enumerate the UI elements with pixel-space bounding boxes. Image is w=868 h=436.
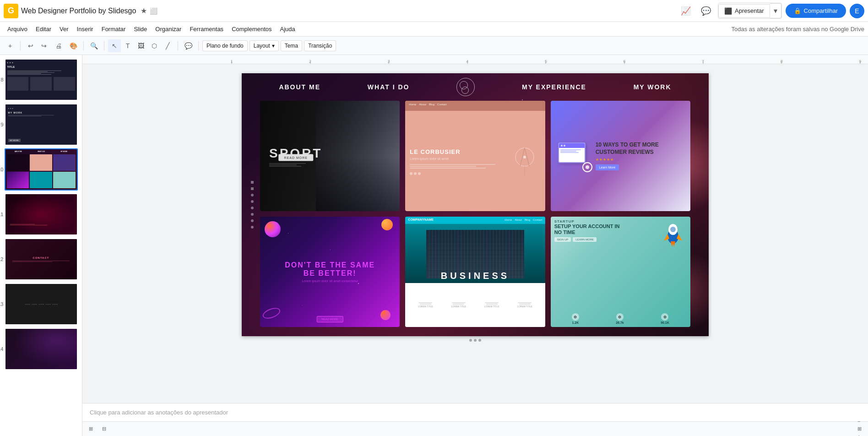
- zoom-out-button[interactable]: −: [855, 418, 864, 425]
- star-1: ★: [596, 158, 599, 162]
- layout-button[interactable]: Layout▾: [250, 40, 279, 51]
- space-line1: DON'T BE THE SAME: [285, 261, 375, 269]
- svg-marker-10: [671, 241, 675, 247]
- handle-dot-8: [251, 226, 254, 229]
- slide-thumb-8[interactable]: 8 ■ ■ ■ TITLE: [5, 59, 78, 101]
- slide-number-8: 8: [0, 77, 4, 82]
- menu-arquivo[interactable]: Arquivo: [4, 24, 31, 34]
- text-tool[interactable]: T: [121, 39, 134, 52]
- undo-button[interactable]: ↩: [24, 39, 37, 52]
- toolbar-divider-3: [104, 41, 104, 50]
- rocket-icon: [659, 220, 687, 250]
- space-title: DON'T BE THE SAME BE BETTER! Lorem ipsum…: [285, 261, 375, 283]
- handle-dot-5: [251, 207, 254, 209]
- slides-panel: 8 ■ ■ ■ TITLE: [0, 55, 82, 436]
- space-readmore-button[interactable]: READ MORE: [316, 316, 343, 322]
- handle-dot-6: [251, 213, 254, 216]
- menu-slide[interactable]: Slide: [130, 24, 151, 34]
- notes-area[interactable]: Clique para adicionar as anotações do ap…: [82, 403, 868, 421]
- ruler-top: 1 2 3 4 5 6 7 8 9: [82, 55, 868, 64]
- chat-icon[interactable]: 💬: [698, 3, 714, 19]
- star-2: ★: [599, 158, 602, 162]
- slide-number-14: 14: [0, 346, 4, 352]
- line-tool[interactable]: ╱: [161, 39, 174, 52]
- menu-complementos[interactable]: Complementos: [228, 24, 275, 34]
- grid-view-button[interactable]: ⊞: [86, 425, 96, 433]
- portfolio-grid: SPORT READ MORE: [260, 101, 690, 327]
- card-space[interactable]: DON'T BE THE SAME BE BETTER! Lorem ipsum…: [260, 217, 400, 327]
- menu-ajuda[interactable]: Ajuda: [277, 24, 299, 34]
- zoom-fit-button[interactable]: ⊞: [855, 425, 864, 433]
- star-icon[interactable]: ★: [141, 6, 147, 15]
- share-button[interactable]: 🔒 Compartilhar: [786, 4, 846, 18]
- toolbar-divider-1: [20, 41, 21, 50]
- slide-thumb-13[interactable]: 13 ✶✶✶✶ ✶✶✶✶ ✶✶✶✶ ✶✶✶✶ ✶✶✶✶: [5, 283, 78, 325]
- comment-button[interactable]: 💬: [182, 39, 195, 52]
- add-button[interactable]: +: [4, 39, 16, 52]
- image-tool[interactable]: 🖼: [135, 39, 147, 52]
- notes-placeholder: Clique para adicionar as anotações do ap…: [90, 409, 228, 416]
- print-button[interactable]: 🖨: [52, 39, 65, 52]
- corbusier-nav: Home About Blog Contact: [409, 103, 541, 106]
- paint-format-button[interactable]: 🎨: [67, 39, 80, 52]
- toolbar-divider-2: [83, 41, 84, 50]
- shape-tool[interactable]: ⬡: [148, 39, 161, 52]
- menu-organizar[interactable]: Organizar: [152, 24, 185, 34]
- menubar: Arquivo Editar Ver Inserir Formatar Slid…: [0, 22, 868, 37]
- reviews-stars: ★ ★ ★ ★ ★: [596, 158, 683, 162]
- transition-button[interactable]: Transição: [304, 40, 336, 51]
- background-button[interactable]: Plano de fundo: [202, 40, 248, 51]
- slide-canvas[interactable]: ABOUT ME WHAT I DO MY EXPERIENCE MY WORK: [242, 73, 709, 336]
- present-dropdown-button[interactable]: ▾: [770, 3, 781, 18]
- startup-btn1[interactable]: SIGN UP: [554, 237, 571, 242]
- card-sport[interactable]: SPORT READ MORE: [260, 101, 400, 211]
- slide-thumb-14[interactable]: 14: [5, 328, 78, 370]
- slide-preview-14: [5, 329, 77, 369]
- card-corbusier[interactable]: Home About Blog Contact LE CORBUSIER Lor…: [405, 101, 545, 211]
- zoom-button[interactable]: 🔍: [87, 39, 100, 52]
- business-title: BUSINESS: [441, 271, 510, 281]
- app-icon: G: [4, 4, 18, 18]
- menu-editar[interactable]: Editar: [32, 24, 55, 34]
- slide-preview-9: ● ● ● MY WORK MY WORK: [5, 104, 77, 145]
- space-line2: BE BETTER!: [285, 269, 375, 278]
- slide-number-9: 9: [0, 122, 4, 127]
- menu-ver[interactable]: Ver: [56, 24, 72, 34]
- handle-dot-7: [251, 219, 254, 222]
- card-startup[interactable]: STARTUP SETUP YOUR ACCOUNT IN NO TIME SI…: [551, 217, 690, 327]
- card-reviews[interactable]: 10 WAYS TO GET MORE CUSTOMER REVIEWS ★ ★…: [551, 101, 690, 211]
- slide-thumb-11[interactable]: 11: [5, 193, 78, 235]
- slide-thumb-10[interactable]: 10 ABOUT ME WHAT I DO MY WORK: [5, 148, 78, 191]
- reviews-text-content: 10 WAYS TO GET MORE CUSTOMER REVIEWS ★ ★…: [596, 142, 683, 170]
- redo-button[interactable]: ↪: [38, 39, 50, 52]
- corbusier-compass: [509, 112, 541, 211]
- menu-formatar[interactable]: Formatar: [98, 24, 130, 34]
- reviews-cta-button[interactable]: Learn More: [596, 164, 619, 170]
- filmstrip-view-button[interactable]: ⊟: [99, 425, 109, 433]
- handle-dot-b1: [469, 339, 472, 342]
- analytics-icon[interactable]: 📈: [678, 3, 694, 19]
- present-button[interactable]: ⬛ Apresentar: [718, 4, 770, 18]
- zoom-in-button[interactable]: +: [855, 433, 864, 436]
- handle-dot-4: [251, 200, 254, 203]
- folder-icon[interactable]: ⬜: [150, 7, 157, 15]
- handle-dot-2: [251, 187, 254, 190]
- select-tools-group: ↖ T 🖼 ⬡ ╱: [108, 39, 174, 52]
- menu-ferramentas[interactable]: Ferramentas: [186, 24, 227, 34]
- menu-inserir[interactable]: Inserir: [73, 24, 97, 34]
- sport-content: SPORT READ MORE: [260, 101, 400, 211]
- handle-dot-1: [251, 181, 254, 184]
- slide-thumb-12[interactable]: 12 CONTACT: [5, 238, 78, 280]
- nav-experience: MY EXPERIENCE: [522, 83, 586, 91]
- slide-preview-11: [5, 194, 77, 234]
- cursor-tool[interactable]: ↖: [108, 39, 121, 52]
- theme-button[interactable]: Tema: [281, 40, 302, 51]
- avatar[interactable]: E: [850, 4, 864, 18]
- star-3: ★: [603, 158, 606, 162]
- undo-redo-group: ↩ ↪: [24, 39, 50, 52]
- topbar-right: 📈 💬 ⬛ Apresentar ▾ 🔒 Compartilhar E: [678, 3, 864, 19]
- startup-btn2[interactable]: LEARN MORE: [573, 237, 597, 242]
- slide-thumb-9[interactable]: 9 ● ● ● MY WORK MY WORK: [5, 104, 78, 146]
- card-business[interactable]: COMPANYNAME Home About Blog Contact: [405, 217, 545, 327]
- canvas-area[interactable]: ABOUT ME WHAT I DO MY EXPERIENCE MY WORK: [82, 64, 868, 403]
